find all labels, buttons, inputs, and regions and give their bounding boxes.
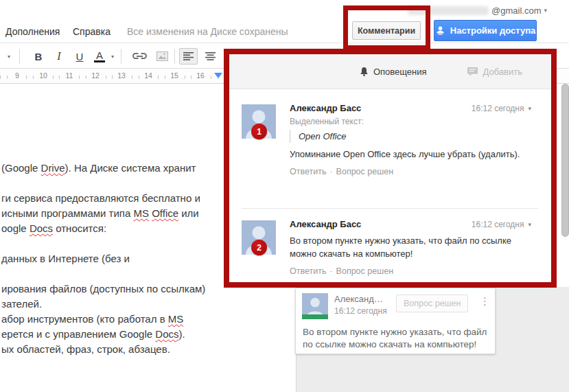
doc-text-line: абор инструментов (кто работал в MS <box>1 313 183 325</box>
share-button-label: Настройки доступа <box>450 25 535 36</box>
doc-text-line: oogle Docs относится: <box>1 222 106 234</box>
comment-divider <box>242 208 538 209</box>
text-color-swatch <box>94 60 105 62</box>
doc-text-line: ерется и с управлением Google Docs). <box>1 328 185 340</box>
avatar: 2 <box>242 220 276 255</box>
annotation-number-badge: 1 <box>251 124 267 139</box>
save-status[interactable]: Все изменения на Диске сохранены <box>127 26 288 37</box>
add-comment-button[interactable]: Добавить <box>467 67 522 77</box>
comment-body: Упоминание Open Office здесь лучше убрат… <box>290 148 523 161</box>
comment-author: Александр Басс <box>290 103 361 113</box>
actions-separator: · <box>329 266 332 276</box>
align-left-button[interactable] <box>179 48 198 65</box>
comment-thread[interactable]: 1 Александр Басс 16:12 сегодня ▾ Выделен… <box>242 103 537 176</box>
menu-help[interactable]: Справка <box>73 26 111 37</box>
resolve-link[interactable]: Вопрос решен <box>336 266 393 276</box>
google-docs-window: @gmail.com ▾ Дополнения Справка Все изме… <box>0 0 569 392</box>
comment-thread[interactable]: 2 Александр Басс 16:12 сегодня ▾ Во втор… <box>242 219 537 276</box>
ruler-mark: 14 <box>143 71 154 80</box>
toolbar-more-caret-icon[interactable]: ▾ <box>3 48 15 65</box>
ruler-mark: 9 <box>12 71 23 80</box>
comment-menu-caret-icon[interactable]: ▾ <box>528 105 531 112</box>
account-menu-caret-icon[interactable]: ▾ <box>544 7 547 14</box>
doc-text-line: (Google Drive). На Диске система хранит <box>1 162 196 174</box>
bold-button[interactable]: B <box>30 48 47 65</box>
resolve-link[interactable]: Вопрос решен <box>336 167 393 176</box>
comments-button[interactable]: Комментарии <box>352 21 421 40</box>
kebab-menu-icon[interactable]: ⋮ <box>480 295 490 308</box>
comment-timestamp[interactable]: 16:12 сегодня ▾ <box>472 220 531 229</box>
toolbar-separator <box>121 49 121 64</box>
text-color-label: A <box>96 51 103 60</box>
menu-addons[interactable]: Дополнения <box>5 26 60 37</box>
doc-text-line: ых областей, фраз, строк, абзацев. <box>1 343 170 355</box>
menu-bar: Дополнения Справка Все изменения на Диск… <box>0 26 343 40</box>
indent-marker[interactable] <box>214 73 222 78</box>
italic-button[interactable]: I <box>51 48 67 65</box>
comment-body: Во втором пункте нужно указать, что файл… <box>303 326 489 351</box>
reply-link[interactable]: Ответить <box>290 266 326 276</box>
annotation-number-badge: 2 <box>251 240 267 255</box>
ruler-mark: 15 <box>169 71 180 80</box>
ruler-mark: 12 <box>90 71 101 80</box>
doc-text-line: исными программами типа MS Office или <box>1 207 199 219</box>
underline-button[interactable]: U <box>71 48 88 65</box>
comment-timestamp[interactable]: 16:12 сегодня ▾ <box>472 104 531 113</box>
account-email-redacted <box>408 6 489 15</box>
comment-author: Александр Басс <box>290 219 361 229</box>
selected-text-label: Выделенный текст: <box>290 117 531 126</box>
text-color-button[interactable]: A <box>92 48 107 65</box>
ruler-mark: 13 <box>116 71 127 80</box>
notifications-button[interactable]: Оповещения <box>360 67 427 77</box>
ruler-mark: 16 <box>195 71 206 80</box>
comment-author: Александ… <box>334 294 383 304</box>
margin-comment-card[interactable]: Александ… 16:12 сегодня Вопрос решен ⋮ В… <box>295 288 496 354</box>
actions-separator: · <box>329 167 332 176</box>
doc-text-line: зателей. <box>1 298 42 310</box>
insert-image-icon[interactable] <box>152 48 172 65</box>
vertical-scrollbar[interactable] <box>561 84 569 237</box>
bell-icon <box>360 67 369 77</box>
notifications-label: Оповещения <box>373 67 427 77</box>
ruler-mark: 10 <box>38 71 49 80</box>
comment-menu-caret-icon[interactable]: ▾ <box>528 221 531 228</box>
account-area[interactable]: @gmail.com ▾ <box>408 4 547 16</box>
ruler-mark: 11 <box>64 71 75 80</box>
text-color-caret-icon[interactable]: ▾ <box>108 48 117 65</box>
doc-text-line: ги сервиса предоставляются бесплатно и <box>1 192 200 204</box>
avatar: 1 <box>242 104 276 139</box>
share-button[interactable]: Настройки доступа <box>434 20 537 41</box>
add-comment-icon <box>467 67 478 77</box>
doc-text-line: ирования файлов (доступных по ссылкам) <box>1 283 205 295</box>
share-person-icon <box>435 25 445 36</box>
quoted-text: Open Office <box>290 130 531 143</box>
reply-link[interactable]: Ответить <box>290 167 326 176</box>
resolve-button[interactable]: Вопрос решен <box>396 295 468 312</box>
comments-panel-header: Оповещения Добавить <box>229 54 551 89</box>
align-center-button[interactable] <box>201 48 220 65</box>
toolbar-separator <box>19 49 20 64</box>
presence-indicator <box>302 314 328 319</box>
doc-text-line: данных в Интернете (без и <box>1 253 130 264</box>
comments-panel: Оповещения Добавить 1 Александр Басс 16:… <box>224 49 557 288</box>
insert-link-icon[interactable] <box>129 48 150 65</box>
toolbar-separator <box>174 49 175 64</box>
account-email: @gmail.com <box>491 5 541 16</box>
comment-timestamp: 16:12 сегодня <box>334 306 387 316</box>
comment-body: Во втором пункте нужно указать, что файл… <box>290 234 523 260</box>
add-comment-label: Добавить <box>483 67 522 77</box>
avatar <box>302 293 328 319</box>
